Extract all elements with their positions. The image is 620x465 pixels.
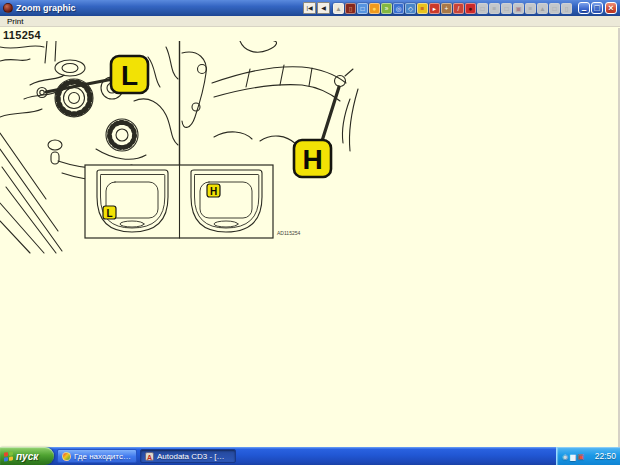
toolbar-disabled-icon-8: ▯: [561, 3, 572, 14]
app-icon: [3, 3, 13, 13]
toolbar-stripes-icon[interactable]: ≡: [417, 3, 428, 14]
inset-label-high: H: [210, 186, 217, 197]
toolbar-user-icon[interactable]: ◇: [405, 3, 416, 14]
nav-previous-button[interactable]: ◀: [317, 2, 330, 14]
taskbar-item-label: Где находится шту...: [74, 452, 132, 461]
diagram-code: AD115254: [277, 230, 300, 236]
toolbar-globe-icon[interactable]: ●: [369, 3, 380, 14]
minimize-button[interactable]: –: [578, 2, 590, 14]
toolbar-disabled-icon-2: ≡: [489, 3, 500, 14]
toolbar-disc-icon[interactable]: ◎: [393, 3, 404, 14]
taskbar-item-autodata[interactable]: A Autodata CD3 - [Mod...: [140, 449, 236, 463]
desktop: { "titlebar": { "title": "Zoom graphic",…: [0, 0, 620, 465]
toolbar-disabled-icon-6: ▲: [537, 3, 548, 14]
start-button[interactable]: пуск: [0, 447, 54, 465]
diagram-label-high: H: [302, 144, 322, 175]
start-label: пуск: [16, 451, 38, 462]
toolbar-book-icon[interactable]: ▯: [345, 3, 356, 14]
browser-icon: [62, 452, 71, 461]
toolbar-disabled-icon-1: □: [477, 3, 488, 14]
toolbar-bug-icon[interactable]: ●: [465, 3, 476, 14]
taskbar: пуск Где находится шту... A Autodata CD3…: [0, 447, 620, 465]
toolbar-disabled-icon-5: ≡: [525, 3, 536, 14]
toolbar-window-icon[interactable]: □: [357, 3, 368, 14]
diagram: L H AD115254 L H: [0, 41, 364, 256]
close-button[interactable]: ×: [605, 2, 617, 14]
diagram-inset: L H AD115254: [85, 165, 300, 238]
titlebar-buttons: |◀ ◀ ▲▯□●»◎◇≡▸+/●□≡□▣≡▲□▯ – □ ×: [303, 2, 617, 14]
toolbar-tools-icon[interactable]: +: [441, 3, 452, 14]
tray-network-icon[interactable]: ▆: [570, 452, 575, 461]
taskbar-item-label: Autodata CD3 - [Mod...: [157, 452, 231, 461]
nav-first-button[interactable]: |◀: [303, 2, 316, 14]
toolbar-bird-icon[interactable]: »: [381, 3, 392, 14]
titlebar: Zoom graphic |◀ ◀ ▲▯□●»◎◇≡▸+/●□≡□▣≡▲□▯ –…: [0, 0, 620, 16]
tray-icons: ◉▆▣: [562, 452, 584, 461]
toolbar-disabled-icon-4: ▣: [513, 3, 524, 14]
toolbar-flag-icon[interactable]: ▸: [429, 3, 440, 14]
toolbar-warning-icon[interactable]: ▲: [333, 3, 344, 14]
taskbar-clock[interactable]: 22:50: [595, 451, 616, 461]
autodata-icon: A: [145, 452, 154, 461]
toolbar-pen-icon[interactable]: /: [453, 3, 464, 14]
toolbar-disabled-icon-7: □: [549, 3, 560, 14]
tray-volume-icon[interactable]: ◉: [562, 452, 568, 461]
menubar: Print: [0, 16, 620, 27]
restore-button[interactable]: □: [591, 2, 603, 14]
diagram-label-low: L: [121, 60, 138, 91]
taskbar-item-browser[interactable]: Где находится шту...: [57, 449, 137, 463]
titlebar-toolbar-icons: ▲▯□●»◎◇≡▸+/●□≡□▣≡▲□▯: [333, 3, 572, 14]
graphic-id: 115254: [3, 29, 41, 41]
menu-print[interactable]: Print: [4, 16, 26, 27]
tray-antivirus-icon[interactable]: ▣: [578, 452, 585, 461]
inset-label-low: L: [106, 208, 112, 219]
toolbar-disabled-icon-3: □: [501, 3, 512, 14]
content-area: 115254: [0, 28, 620, 447]
window-title: Zoom graphic: [16, 3, 76, 13]
windows-flag-icon: [4, 451, 13, 461]
system-tray: ◉▆▣ 22:50: [556, 447, 620, 465]
